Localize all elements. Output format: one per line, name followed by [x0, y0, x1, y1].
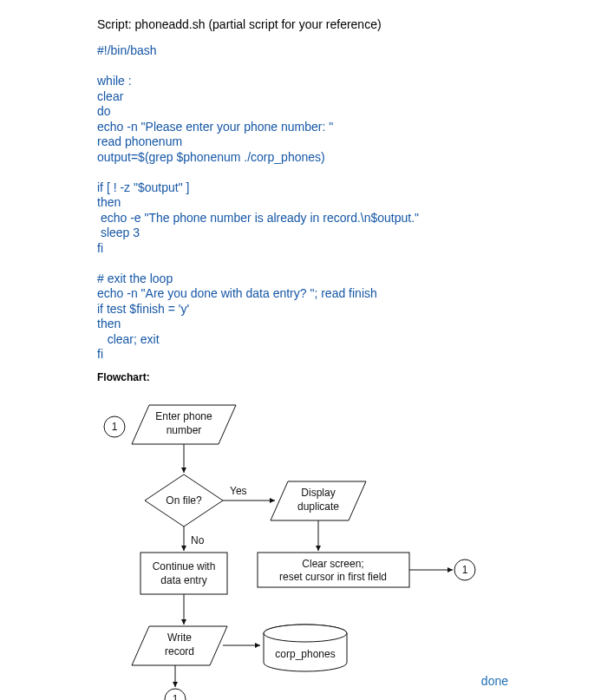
display-text2: duplicate: [297, 500, 339, 513]
write-text2: record: [165, 645, 194, 657]
no-label: No: [191, 534, 205, 546]
connector-label-right: 1: [462, 564, 468, 576]
db-label: corp_phones: [275, 648, 335, 660]
script-code-block: #!/bin/bash while : clear do echo -n "Pl…: [97, 43, 597, 363]
document-page: Script: phoneadd.sh (partial script for …: [0, 0, 614, 700]
enter-phone-text1: Enter phone: [155, 410, 212, 422]
clear-text1: Clear screen;: [302, 558, 363, 570]
continue-box: [140, 553, 227, 594]
display-text1: Display: [301, 487, 335, 499]
enter-phone-text2: number: [167, 424, 202, 436]
script-title: Script: phoneadd.sh (partial script for …: [97, 17, 597, 31]
write-text1: Write: [167, 631, 192, 644]
done-link[interactable]: done: [481, 674, 508, 688]
continue-text2: data entry: [160, 574, 206, 586]
continue-text1: Continue with: [153, 560, 216, 572]
clear-text2: reset cursor in first field: [279, 571, 387, 583]
yes-label: Yes: [230, 485, 247, 497]
connector-label-bottom: 1: [173, 693, 179, 701]
onfile-text: On file?: [166, 494, 202, 507]
flowchart-svg: 1 Enter phone number On file? Yes Displa…: [88, 383, 574, 701]
svg-point-1: [264, 625, 347, 642]
flowchart-label: Flowchart:: [97, 371, 597, 383]
flowchart-diagram: 1 Enter phone number On file? Yes Displa…: [88, 383, 574, 701]
connector-label-top: 1: [112, 421, 118, 433]
